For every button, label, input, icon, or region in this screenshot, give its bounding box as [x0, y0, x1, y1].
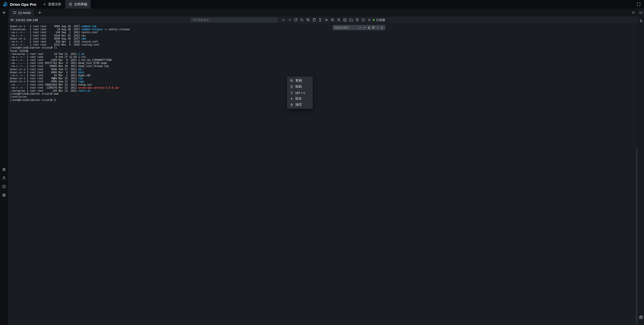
gauge-button[interactable] — [2, 184, 6, 189]
menu-host-terminal[interactable]: 主机终端 — [65, 0, 91, 9]
terminal-line: /root/orion — [10, 95, 130, 98]
terminal-line: -rwxrwxrwx 1 root root 24 Feb 21 2022 1.… — [10, 53, 130, 56]
terminal-line: -rw------- 1 root root 39082493 Mar 24 2… — [10, 83, 130, 86]
folder-button[interactable] — [349, 18, 353, 22]
terminal-line: -rw-r--r--. 1 root root 3232 Nov 5 2016 … — [10, 43, 130, 46]
terminal-line: drwxr-xr-x 2 root root 4096 Mar 13 2022 … — [10, 77, 130, 80]
menu-new-connection-label: 新建连接 — [48, 2, 61, 7]
connection-status: 已连接 — [373, 17, 385, 23]
checkbox-button[interactable] — [343, 18, 347, 22]
plus-icon — [43, 3, 46, 6]
left-rail-group — [2, 167, 6, 197]
app-title: Orion Ops Pro — [10, 2, 36, 7]
right-rail-top — [639, 11, 643, 23]
context-menu-item[interactable]: ctrl + c — [287, 90, 313, 96]
terminal-line: -rw-r--r-- 1 root root 36885 Nov 10 2021… — [10, 65, 130, 68]
close-button[interactable] — [367, 18, 371, 22]
search-next-button[interactable] — [363, 26, 366, 29]
search-button[interactable] — [300, 18, 304, 22]
match-case-button[interactable]: A — [368, 26, 371, 29]
swap-vertical-button[interactable] — [639, 19, 643, 23]
copy-icon — [290, 79, 293, 82]
context-menu-item[interactable]: 回车 — [287, 96, 313, 102]
maximize-button[interactable] — [294, 18, 298, 22]
tab-label: (1) host1 — [18, 11, 31, 15]
code-button[interactable] — [639, 11, 643, 15]
close-all-tabs-button[interactable] — [631, 11, 635, 15]
chevron-down-button[interactable] — [288, 18, 292, 22]
context-menu-item-label: 粘贴 — [295, 84, 302, 89]
paste-icon — [290, 85, 293, 88]
sigma-icon — [290, 91, 293, 94]
app-header: Orion Ops Pro 新建连接 主机终端 — [0, 0, 644, 9]
command-input[interactable] — [190, 17, 278, 22]
search-prev-button[interactable] — [358, 26, 362, 29]
command-input-wrap — [190, 17, 278, 22]
fullscreen-button[interactable] — [636, 2, 641, 7]
context-menu-item-label: ctrl + c — [295, 91, 305, 95]
terminal-cursor — [54, 99, 56, 101]
zoom-out-button[interactable] — [337, 18, 341, 22]
terminal-scrollbar[interactable] — [636, 148, 637, 324]
paste-button[interactable] — [312, 18, 316, 22]
terminal-line: -rw-r--r-- 1 root root 1185676 Mar 13 20… — [10, 86, 130, 89]
regex-button[interactable]: I — [376, 26, 379, 29]
terminal-line: -rw-r--r-- 1 root root 1634 Dec 25 2012 … — [10, 34, 130, 37]
terminal-line: -rwxrwxrwx 1 root root 245 Mar 13 2022 s… — [10, 89, 130, 92]
toolbar-icons — [280, 17, 373, 23]
terminal-toolbar: IP: 116.62.194.246 已连接 — [8, 17, 638, 23]
copy-button[interactable] — [306, 18, 310, 22]
terminal-line: [root@OrionEcsServer orion]# ll — [10, 46, 130, 49]
new-terminal-button[interactable] — [2, 10, 6, 15]
search-close-button[interactable] — [380, 26, 384, 29]
terminal-line: drwxr-xr-x 2 root root 4096 Mar 4 2022 d… — [10, 71, 130, 74]
context-menu-item-label: 清空 — [295, 102, 302, 107]
play-icon — [290, 97, 293, 100]
terminal-line: lrwxrwxrwx. 1 root root 14 Aug 18 2017 r… — [10, 28, 130, 31]
whole-word-button[interactable]: W — [372, 26, 375, 29]
terminal-output: drwxr-xr-x 2 root root 4096 Aug 18 2017 … — [10, 25, 130, 102]
terminal-line: drwxr-xr-x 3 root root 4096 Feb 17 2022 … — [10, 68, 130, 71]
monitor-icon — [13, 11, 16, 14]
monitor-icon — [69, 3, 72, 6]
terminal-line: [root@OrionEcsServer orion]# pwd — [10, 92, 130, 95]
terminal-line: drwxr-xr-x 4 root root 4096 Aug 12 2022 … — [10, 80, 130, 83]
terminal-line: -rw-r--r-- 1 root root 0 Feb 27 12:56 1.… — [10, 56, 130, 59]
context-menu-item[interactable]: 粘贴 — [287, 84, 313, 90]
command-button[interactable] — [2, 167, 6, 172]
terminal-line: -rw-r--r-- 1 root root 149 Sep 2 2022 re… — [10, 31, 130, 34]
right-rail — [638, 9, 644, 325]
status-dot — [373, 19, 375, 21]
gear-button[interactable] — [2, 193, 6, 197]
terminal-line: total 132548 — [10, 50, 130, 53]
add-tab-button[interactable] — [38, 11, 42, 15]
terminal-line: [root@OrionEcsServer orion]# — [10, 99, 130, 102]
left-rail — [0, 9, 8, 325]
ip-label: IP: 116.62.194.246 — [11, 17, 38, 23]
trash-icon — [290, 103, 293, 106]
context-menu: 复制粘贴ctrl + c回车清空 — [287, 77, 313, 109]
power-button[interactable] — [361, 18, 365, 22]
search-input[interactable] — [334, 26, 357, 29]
status-label: 已连接 — [376, 18, 385, 22]
terminal-area[interactable]: drwxr-xr-x 2 root root 4096 Aug 18 2017 … — [8, 23, 638, 325]
terminal-line: -rw-r--r-- 1 root root 92 Mar 2 2022 dum… — [10, 74, 130, 77]
terminal-line: drwxr-xr-x 2 root root 4096 Aug 18 2017 … — [10, 25, 130, 28]
chevron-up-button[interactable] — [281, 18, 286, 22]
play-button[interactable] — [325, 18, 329, 22]
app-logo-icon — [3, 2, 8, 7]
context-menu-item[interactable]: 复制 — [287, 78, 313, 84]
sigma-button[interactable] — [318, 18, 322, 22]
menu-new-connection[interactable]: 新建连接 — [39, 0, 65, 9]
terminal-line: -rw------- 1 root root 95377762 Nov 9 20… — [10, 62, 130, 65]
terminal-line: -rw-r--r-- 1 root root 1309 Mar 9 2022 1… — [10, 59, 130, 62]
terminal-tab-host1[interactable]: (1) host1 — [10, 9, 34, 17]
trash-button[interactable] — [355, 18, 359, 22]
terminal-tabbar: (1) host1 — [8, 9, 638, 17]
terminal-line: -rw-r--r-- 1 root root 458 Apr 1 2020 rs… — [10, 40, 130, 43]
zoom-in-button[interactable] — [331, 18, 335, 22]
context-menu-item[interactable]: 清空 — [287, 102, 313, 108]
context-menu-item-label: 复制 — [295, 78, 302, 83]
camera-button[interactable] — [639, 315, 643, 319]
user-button[interactable] — [2, 176, 6, 180]
